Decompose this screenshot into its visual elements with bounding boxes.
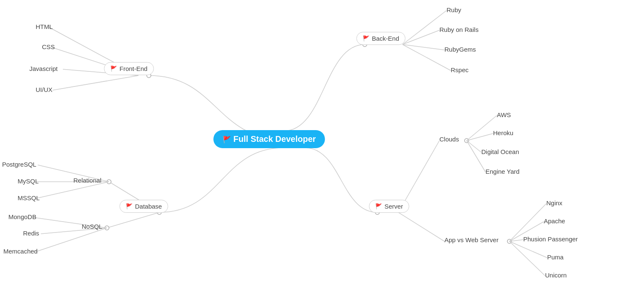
- center-label: Full Stack Developer: [234, 134, 316, 144]
- leaf-label: AWS: [497, 111, 511, 118]
- svg-line-28: [398, 212, 444, 241]
- svg-line-8: [402, 44, 444, 50]
- leaf-label: Engine Yard: [486, 168, 519, 175]
- leaf-label: CSS: [42, 43, 55, 50]
- category-node: 🚩Back-End: [356, 32, 405, 45]
- leaf-label: PostgreSQL: [2, 161, 36, 168]
- leaf-label: Puma: [547, 254, 564, 261]
- center-node: 🚩 Full Stack Developer: [213, 130, 325, 148]
- leaf-label: Phusion Passenger: [523, 235, 578, 243]
- svg-line-9: [402, 44, 451, 71]
- leaf-label: MySQL: [18, 178, 39, 185]
- svg-line-20: [36, 228, 107, 252]
- svg-line-16: [107, 212, 159, 228]
- leaf-label: App vs Web Server: [444, 236, 499, 243]
- leaf-label: Apache: [544, 217, 565, 225]
- leaf-label: Digital Ocean: [481, 148, 519, 155]
- leaf-label: Clouds: [439, 136, 459, 143]
- leaf-label: Heroku: [493, 129, 513, 136]
- center-flag-icon: 🚩: [223, 136, 231, 143]
- leaf-label: Nginx: [546, 199, 562, 207]
- leaf-label: Relational: [73, 177, 101, 184]
- leaf-label: MongoDB: [8, 213, 36, 220]
- leaf-label: MSSQL: [18, 194, 40, 201]
- leaf-label: Ruby: [447, 6, 461, 13]
- leaf-label: Memcached: [3, 248, 38, 255]
- leaf-label: Ruby on Rails: [439, 26, 478, 33]
- svg-line-26: [467, 141, 481, 152]
- category-node: 🚩Front-End: [104, 62, 154, 75]
- svg-line-7: [402, 30, 439, 44]
- leaf-label: Javascript: [29, 65, 58, 72]
- svg-line-34: [509, 241, 545, 276]
- leaf-label: NoSQL: [82, 223, 102, 230]
- leaf-label: Rspec: [451, 66, 469, 73]
- category-node: 🚩Server: [369, 200, 409, 213]
- svg-line-4: [52, 76, 138, 90]
- leaf-label: RubyGems: [444, 46, 476, 53]
- svg-line-27: [467, 141, 486, 172]
- svg-line-33: [509, 241, 547, 258]
- leaf-label: Redis: [23, 230, 39, 237]
- leaf-label: UI/UX: [36, 86, 52, 93]
- leaf-label: Unicorn: [545, 272, 567, 279]
- svg-line-15: [36, 182, 109, 199]
- category-node: 🚩Database: [119, 200, 168, 213]
- leaf-label: HTML: [36, 23, 53, 30]
